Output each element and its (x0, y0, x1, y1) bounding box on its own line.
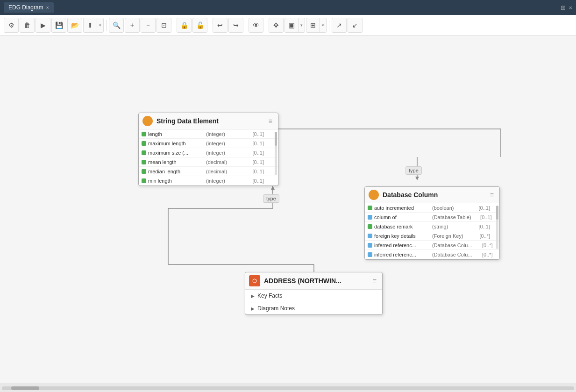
redo-button[interactable]: ↪ (228, 18, 243, 33)
row-card: [0..1] (245, 141, 264, 146)
row-card: [0..1] (245, 159, 264, 165)
unlock-button[interactable]: 🔓 (192, 18, 207, 33)
tab-close-button[interactable]: × (46, 5, 49, 10)
row-name: database remark (374, 224, 430, 229)
row-name: maximum size (... (148, 150, 204, 156)
title-bar-actions: ⊞ × (561, 4, 572, 11)
open-button[interactable]: 📂 (67, 18, 82, 33)
row-indicator (368, 215, 372, 220)
row-type: (integer) (206, 150, 243, 156)
row-card: [0..1] (471, 224, 490, 229)
export-button[interactable]: ⬆▾ (83, 18, 104, 33)
row-indicator (142, 178, 146, 183)
row-indicator (368, 234, 372, 238)
diagram-notes-arrow: ▶ (251, 306, 255, 311)
diagram-notes-section[interactable]: ▶ Diagram Notes (245, 302, 382, 314)
key-facts-arrow: ▶ (251, 293, 255, 299)
database-column-menu[interactable]: ≡ (488, 191, 496, 199)
table-row: foreign key details (Foreign Key) [0..*] (365, 231, 499, 241)
type-label-db: type (405, 166, 422, 175)
delete-button[interactable]: 🗑 (20, 18, 35, 33)
settings-button[interactable]: ⚙ (4, 18, 19, 33)
row-card: [0..1] (245, 169, 264, 174)
key-facts-label: Key Facts (257, 292, 282, 299)
row-indicator (142, 132, 146, 136)
layout-button[interactable]: ⊞▾ (306, 18, 327, 33)
row-indicator (142, 169, 146, 174)
tab-edg-diagram[interactable]: EDG Diagram × (4, 2, 54, 13)
undo-button[interactable]: ↩ (213, 18, 228, 33)
svg-marker-9 (415, 177, 419, 180)
tab-label: EDG Diagram (8, 4, 43, 11)
horizontal-scrollbar[interactable] (0, 384, 576, 392)
table-row: median length (decimal) [0..1] (139, 167, 278, 176)
row-type: (string) (432, 224, 469, 229)
row-indicator (368, 224, 372, 229)
fit-button[interactable]: ⊡ (156, 18, 171, 33)
string-data-element-title: String Data Element (156, 117, 263, 125)
row-name: maximum length (148, 141, 204, 146)
database-column-header: Database Column ≡ (365, 187, 499, 203)
table-row: length (integer) [0..1] (139, 129, 278, 139)
save-button[interactable]: 💾 (51, 18, 66, 33)
close-window-button[interactable]: × (569, 4, 572, 11)
row-type: (boolean) (432, 205, 469, 211)
table-row: maximum length (integer) [0..1] (139, 139, 278, 148)
zoom-in-small-button[interactable]: 🔍 (109, 18, 124, 33)
row-card: [0..1] (245, 178, 264, 184)
run-button[interactable]: ▶ (36, 18, 50, 33)
string-data-element-menu[interactable]: ≡ (267, 117, 274, 125)
address-header: ⬡ ADDRESS (NORTHWIN... ≡ (245, 272, 382, 290)
row-name: mean length (148, 159, 204, 165)
row-indicator (368, 243, 372, 248)
zoom-out-button[interactable]: － (141, 18, 156, 33)
row-indicator (142, 160, 146, 164)
node-scrollbar[interactable] (496, 206, 498, 249)
string-data-element-node[interactable]: String Data Element ≡ length (integer) [… (138, 113, 278, 186)
row-type: (Database Colu... (432, 252, 472, 257)
expand-window-button[interactable]: ⊞ (561, 4, 566, 11)
address-icon: ⬡ (249, 275, 260, 286)
database-column-body: auto incremented (boolean) [0..1] column… (365, 203, 499, 259)
scrollbar-track[interactable] (2, 386, 574, 390)
lock-button[interactable]: 🔒 (177, 18, 192, 33)
database-column-node[interactable]: Database Column ≡ auto incremented (bool… (364, 186, 500, 260)
address-title: ADDRESS (NORTHWIN... (264, 277, 367, 285)
node-scrollbar[interactable] (275, 132, 277, 175)
address-node[interactable]: ⬡ ADDRESS (NORTHWIN... ≡ ▶ Key Facts ▶ D… (245, 272, 383, 315)
table-row: maximum size (... (integer) [0..1] (139, 148, 278, 157)
row-name: median length (148, 169, 204, 174)
key-facts-section[interactable]: ▶ Key Facts (245, 290, 382, 302)
table-row: inferred referenc... (Database Colu... [… (365, 250, 499, 259)
diagram-canvas[interactable]: String Data Element ≡ length (integer) [… (0, 36, 576, 384)
scrollbar-thumb[interactable] (11, 386, 39, 390)
visibility-button[interactable]: 👁 (249, 18, 263, 33)
row-name: inferred referenc... (374, 242, 430, 248)
row-type: (integer) (206, 131, 243, 137)
row-type: (Database Colu... (432, 242, 472, 248)
row-card: [0..1] (471, 205, 490, 211)
shape-button[interactable]: ▣▾ (284, 18, 305, 33)
move-button[interactable]: ✥ (269, 18, 284, 33)
row-indicator (142, 141, 146, 146)
type-label-string: type (263, 194, 279, 203)
database-column-title: Database Column (383, 191, 484, 199)
row-card: [0..1] (245, 131, 264, 137)
row-type: (Foreign Key) (432, 233, 469, 239)
row-type: (decimal) (206, 159, 243, 165)
string-data-element-icon (142, 116, 153, 126)
expand-button[interactable]: ↗ (332, 18, 347, 33)
table-row: column of (Database Table) [0..1] (365, 213, 499, 222)
row-name: column of (374, 214, 430, 220)
collapse-button[interactable]: ↙ (348, 18, 363, 33)
table-row: mean length (decimal) [0..1] (139, 157, 278, 167)
database-column-icon (369, 190, 379, 200)
node-scrollbar-thumb (275, 132, 277, 146)
zoom-in-button[interactable]: ＋ (125, 18, 140, 33)
toolbar: ⚙ 🗑 ▶ 💾 📂 ⬆▾ 🔍 ＋ － ⊡ 🔒 🔓 ↩ ↪ 👁 ✥ ▣▾ ⊞▾ ↗… (0, 15, 576, 36)
row-card: [0..1] (473, 214, 492, 220)
string-data-element-body: length (integer) [0..1] maximum length (… (139, 129, 278, 185)
table-row: inferred referenc... (Database Colu... [… (365, 241, 499, 250)
row-name: foreign key details (374, 233, 430, 239)
address-menu[interactable]: ≡ (371, 277, 378, 285)
